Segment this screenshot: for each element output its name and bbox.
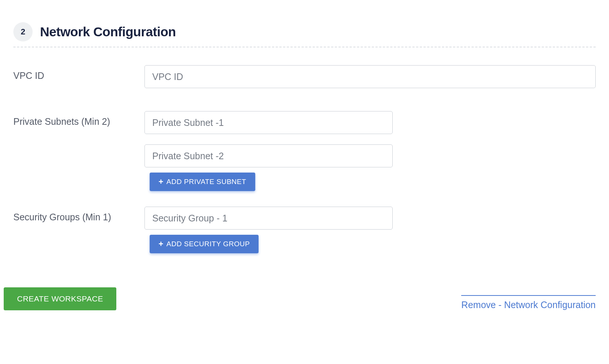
footer: CREATE WORKSPACE Remove - Network Config… — [0, 287, 609, 310]
add-security-group-button[interactable]: + ADD SECURITY GROUP — [150, 235, 259, 253]
private-subnets-label: Private Subnets (Min 2) — [13, 111, 144, 127]
security-group-1-input[interactable] — [144, 207, 393, 230]
section-divider — [13, 47, 596, 47]
plus-icon: + — [159, 178, 163, 186]
form-row-security-groups: Security Groups (Min 1) + ADD SECURITY G… — [13, 207, 596, 253]
remove-network-config-link[interactable]: Remove - Network Configuration — [461, 295, 596, 310]
security-groups-label: Security Groups (Min 1) — [13, 207, 144, 223]
form-row-subnets: Private Subnets (Min 2) + ADD PRIVATE SU… — [13, 111, 596, 191]
step-number-badge: 2 — [13, 22, 33, 41]
add-security-group-label: ADD SECURITY GROUP — [166, 240, 250, 248]
plus-icon: + — [159, 240, 163, 248]
create-workspace-button[interactable]: CREATE WORKSPACE — [4, 287, 116, 310]
form-row-vpc: VPC ID — [13, 65, 596, 88]
vpc-id-input[interactable] — [144, 65, 596, 88]
add-private-subnet-label: ADD PRIVATE SUBNET — [166, 178, 246, 186]
section-header: 2 Network Configuration — [13, 22, 596, 41]
section-title: Network Configuration — [40, 24, 176, 39]
private-subnet-2-input[interactable] — [144, 144, 393, 167]
vpc-label: VPC ID — [13, 65, 144, 81]
private-subnet-1-input[interactable] — [144, 111, 393, 134]
add-private-subnet-button[interactable]: + ADD PRIVATE SUBNET — [150, 173, 255, 191]
